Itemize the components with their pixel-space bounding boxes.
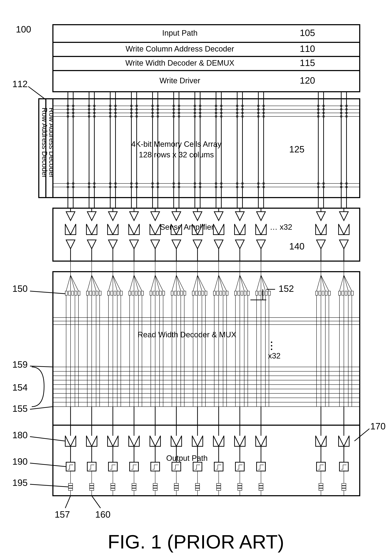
sense-amp-label: Sense Amplifier [160, 223, 214, 231]
ref-100: 100 [16, 24, 31, 35]
ref-154: 154 [12, 382, 28, 392]
ref-120: 120 [300, 75, 315, 86]
ref-152: 152 [279, 284, 294, 294]
ref-112: 112 [12, 79, 28, 89]
write-col-dec-label: Write Column Address Decoder [126, 44, 234, 53]
svg-line-80 [92, 496, 101, 508]
svg-point-14 [271, 341, 272, 343]
ref-125: 125 [289, 144, 305, 154]
input-path-label: Input Path [162, 29, 198, 37]
output-path-label: Output Path [166, 454, 208, 462]
ref-170: 170 [370, 421, 386, 431]
x32-a: … x32 [270, 223, 292, 231]
figure-caption: FIG. 1 (PRIOR ART) [108, 531, 284, 552]
ref-195: 195 [12, 478, 28, 488]
svg-point-15 [271, 345, 272, 347]
svg-text:x32: x32 [268, 351, 281, 360]
ref-155: 155 [12, 403, 28, 414]
ref-110: 110 [300, 44, 315, 54]
read-mux-label: Read Width Decoder & MUX [137, 330, 236, 339]
svg-point-16 [271, 349, 272, 350]
ref-180: 180 [12, 430, 28, 440]
ref-150: 150 [12, 284, 28, 294]
ref-115: 115 [300, 58, 315, 68]
ref-157: 157 [55, 509, 70, 520]
svg-line-79 [65, 496, 70, 508]
row-dec-label-1: Row Address Decoder [41, 108, 49, 178]
mem-array-label-2: 128 rows x 32 colums [139, 150, 214, 159]
svg-line-71 [30, 407, 53, 409]
ref-140: 140 [289, 241, 305, 251]
mem-array-label-1: 4K-bit Memory Cells Array [131, 140, 221, 148]
top-blocks: Input Path 105 Write Column Address Deco… [53, 25, 360, 92]
ref-190: 190 [12, 456, 28, 467]
ref-105: 105 [300, 28, 315, 38]
ref-159: 159 [12, 359, 28, 370]
svg-line-13 [28, 87, 46, 100]
write-driver-label: Write Driver [159, 76, 200, 85]
ref-160: 160 [95, 509, 111, 520]
write-width-demux-label: Write Width Decoder & DEMUX [125, 59, 234, 67]
sense-amp-block [53, 208, 360, 261]
memory-block-diagram: Input Path 105 Write Column Address Deco… [0, 0, 392, 558]
